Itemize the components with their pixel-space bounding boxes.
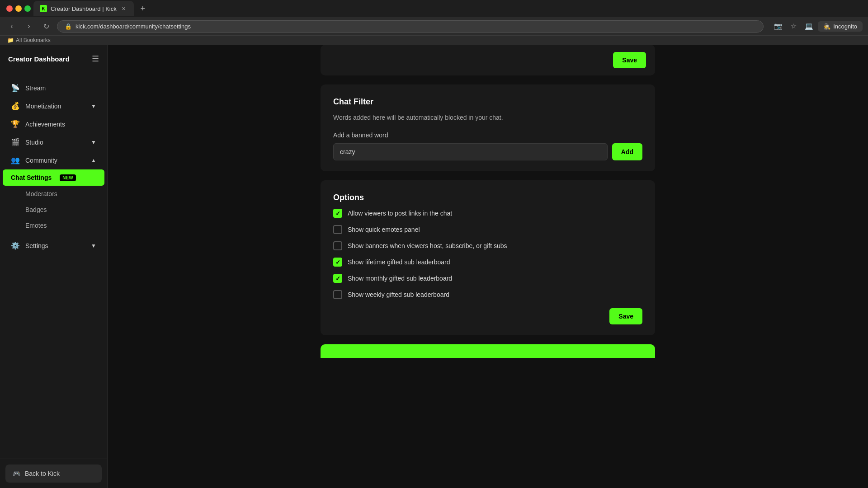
banned-word-label: Add a banned word [333,131,642,139]
sidebar-item-settings[interactable]: ⚙️ Settings ▼ [3,237,104,254]
browser-chrome: K Creator Dashboard | Kick ✕ + ‹ › ↻ 🔒 k… [0,0,868,45]
back-to-kick-btn[interactable]: 🎮 Back to Kick [5,465,102,483]
options-title: Options [333,193,642,202]
content-area: Save Chat Filter Words added here will b… [311,45,664,376]
back-btn[interactable]: ‹ [5,20,18,33]
option-monthly-leaderboard[interactable]: Show monthly gifted sub leaderboard [333,274,642,283]
address-bar-row: ‹ › ↻ 🔒 kick.com/dashboard/community/cha… [0,17,868,35]
banned-word-section: Add a banned word Add [333,131,642,160]
sidebar-nav: 📡 Stream 💰 Monetization ▼ 🏆 Achievements… [0,73,107,459]
sidebar-item-label: Achievements [25,121,65,128]
sidebar-item-chat-settings[interactable]: Chat Settings NEW [3,169,104,186]
tab-close-btn[interactable]: ✕ [120,5,127,12]
checkbox-weekly-leaderboard[interactable] [333,290,342,299]
incognito-btn[interactable]: 🕵️ Incognito [818,21,863,32]
sidebar-item-monetization[interactable]: 💰 Monetization ▼ [3,97,104,115]
sidebar-item-badges[interactable]: Badges [3,202,104,217]
moderators-label: Moderators [25,190,57,197]
badges-label: Badges [25,206,47,213]
sidebar-item-label: Settings [25,242,48,249]
option-label-lifetime-leaderboard: Show lifetime gifted sub leaderboard [348,258,450,266]
sidebar-item-stream[interactable]: 📡 Stream [3,79,104,97]
new-tab-btn[interactable]: + [137,2,149,15]
incognito-icon: 🕵️ [823,23,830,30]
app-layout: Creator Dashboard ☰ 📡 Stream 💰 Monetizat… [0,45,868,488]
bookmarks-label: All Bookmarks [16,37,51,43]
bookmarks-bar: 📁 All Bookmarks [0,35,868,45]
chevron-down-icon: ▼ [91,243,96,249]
address-bar[interactable]: 🔒 kick.com/dashboard/community/chatsetti… [57,20,764,33]
forward-btn[interactable]: › [23,20,35,33]
checkbox-quick-emotes[interactable] [333,225,342,234]
option-quick-emotes[interactable]: Show quick emotes panel [333,225,642,234]
new-badge: NEW [60,174,75,181]
chevron-down-icon: ▼ [91,103,96,109]
sidebar-item-label: Community [25,157,57,164]
tab-title: Creator Dashboard | Kick [51,5,117,12]
options-card: Options Allow viewers to post links in t… [321,180,655,335]
chat-filter-title: Chat Filter [333,97,642,107]
reload-btn[interactable]: ↻ [40,20,52,33]
emotes-label: Emotes [25,222,47,229]
sidebar-item-studio[interactable]: 🎬 Studio ▼ [3,133,104,151]
sidebar-menu-icon[interactable]: ☰ [92,54,99,64]
url-text: kick.com/dashboard/community/chatsetting… [75,23,191,30]
camera-off-icon[interactable]: 📷 [772,20,784,33]
options-list: Allow viewers to post links in the chat … [333,209,642,299]
device-icon[interactable]: 💻 [802,20,815,33]
sidebar-item-label: Monetization [25,103,61,110]
chat-settings-label: Chat Settings [11,174,52,181]
active-tab[interactable]: K Creator Dashboard | Kick ✕ [33,1,134,16]
add-banned-word-btn[interactable]: Add [612,143,642,160]
bottom-partial-section [321,344,655,358]
sidebar-item-achievements[interactable]: 🏆 Achievements [3,115,104,133]
chat-filter-card: Chat Filter Words added here will be aut… [321,84,655,171]
checkbox-show-banners[interactable] [333,241,342,250]
checkbox-monthly-leaderboard[interactable] [333,274,342,283]
chevron-down-icon: ▼ [91,139,96,145]
monetization-icon: 💰 [11,102,20,110]
option-show-banners[interactable]: Show banners when viewers host, subscrib… [333,241,642,250]
tab-bar: K Creator Dashboard | Kick ✕ + [0,0,868,17]
sidebar-item-label: Stream [25,84,46,92]
bookmarks-folder-icon: 📁 [7,37,14,43]
window-close-btn[interactable] [6,5,13,12]
stream-icon: 📡 [11,84,20,92]
options-save-btn[interactable]: Save [609,308,642,324]
sidebar-bottom: 🎮 Back to Kick [0,459,107,488]
option-label-quick-emotes: Show quick emotes panel [348,226,420,233]
option-label-weekly-leaderboard: Show weekly gifted sub leaderboard [348,291,449,298]
sidebar-item-community[interactable]: 👥 Community ▲ [3,151,104,169]
option-label-allow-links: Allow viewers to post links in the chat [348,210,452,217]
sidebar-item-emotes[interactable]: Emotes [3,218,104,233]
bookmark-icon[interactable]: ☆ [787,20,800,33]
toolbar-icons: 📷 ☆ 💻 🕵️ Incognito [772,20,863,33]
sidebar-item-moderators[interactable]: Moderators [3,186,104,202]
sidebar-header: Creator Dashboard ☰ [0,45,107,73]
banned-word-input[interactable] [333,143,608,160]
option-weekly-leaderboard[interactable]: Show weekly gifted sub leaderboard [333,290,642,299]
chevron-up-icon: ▲ [91,157,96,164]
checkbox-lifetime-leaderboard[interactable] [333,258,342,267]
settings-icon: ⚙️ [11,241,20,250]
option-allow-links[interactable]: Allow viewers to post links in the chat [333,209,642,218]
community-icon: 👥 [11,156,20,164]
chat-filter-description: Words added here will be automatically b… [333,113,642,122]
banned-word-input-row: Add [333,143,642,160]
option-lifetime-leaderboard[interactable]: Show lifetime gifted sub leaderboard [333,258,642,267]
back-to-kick-label: Back to Kick [25,470,60,477]
option-label-monthly-leaderboard: Show monthly gifted sub leaderboard [348,275,452,282]
checkbox-allow-links[interactable] [333,209,342,218]
option-label-show-banners: Show banners when viewers host, subscrib… [348,242,507,249]
back-icon: 🎮 [13,470,20,477]
studio-icon: 🎬 [11,138,20,146]
window-minimize-btn[interactable] [15,5,22,12]
top-save-btn[interactable]: Save [613,52,646,68]
window-maximize-btn[interactable] [24,5,31,12]
sidebar: Creator Dashboard ☰ 📡 Stream 💰 Monetizat… [0,45,108,488]
tab-favicon: K [40,5,47,12]
main-content: Save Chat Filter Words added here will b… [108,45,868,488]
achievements-icon: 🏆 [11,120,20,128]
top-save-card: Save [321,45,655,75]
sidebar-title: Creator Dashboard [8,55,70,63]
